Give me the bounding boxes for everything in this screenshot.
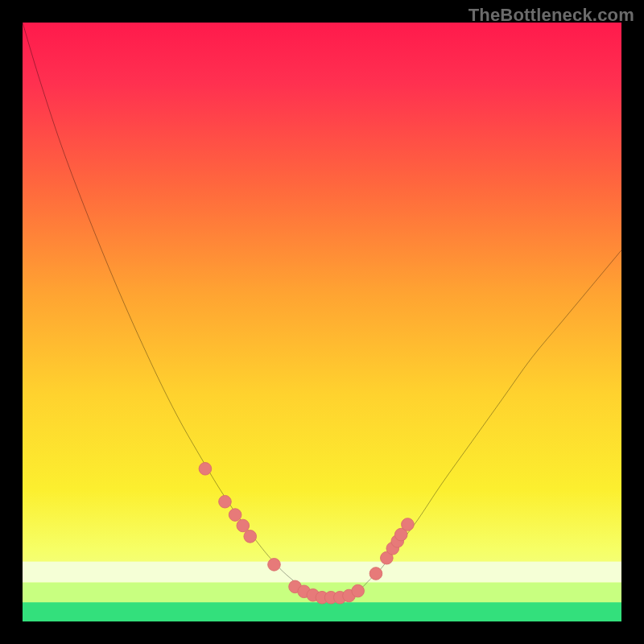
chart-frame: TheBottleneck.com [0, 0, 644, 644]
bottom-green-band [23, 602, 621, 621]
plot-area [23, 23, 621, 621]
curve-marker [369, 568, 382, 580]
curve-marker [199, 462, 212, 475]
glow-band-upper [23, 562, 621, 583]
curve-marker [244, 530, 257, 543]
bottleneck-curve-chart [23, 23, 621, 621]
curve-marker [268, 559, 281, 572]
curve-marker [402, 518, 415, 531]
gradient-background [23, 23, 621, 621]
watermark-text: TheBottleneck.com [469, 5, 634, 26]
curve-marker [229, 509, 242, 522]
curve-marker [219, 495, 232, 508]
curve-marker [352, 584, 365, 597]
curve-marker [237, 519, 250, 532]
